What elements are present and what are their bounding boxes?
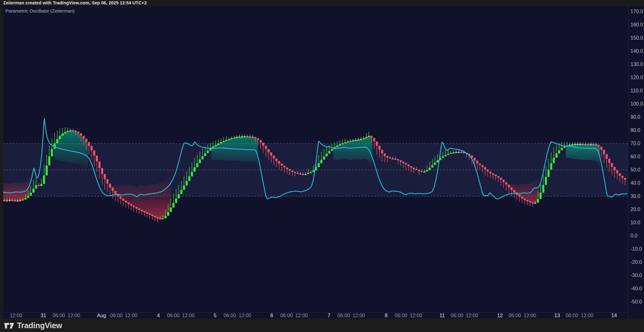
tradingview-logo[interactable]: TradingView — [4, 321, 62, 330]
y-axis-label: 160.0 — [630, 22, 643, 28]
y-axis-label: -20.0 — [630, 259, 642, 265]
price-axis[interactable]: 170.0160.0150.0140.0130.0120.0110.0100.0… — [628, 6, 644, 318]
x-axis-label-time: 12:00 — [178, 313, 198, 318]
y-axis-label: 60.0 — [630, 154, 640, 160]
y-axis-label: 140.0 — [630, 48, 643, 54]
x-axis-label-time: 12:00 — [291, 313, 312, 318]
attribution-text: Zeiierman created with TradingView.com, … — [3, 0, 147, 5]
tradingview-wordmark: TradingView — [17, 321, 62, 330]
y-axis-label: 100.0 — [630, 101, 643, 107]
y-axis-label: 170.0 — [630, 9, 643, 14]
y-axis-label: -50.0 — [630, 299, 642, 305]
x-axis-label-time: 12:00 — [64, 313, 84, 318]
x-axis-label-time: 12:00 — [520, 313, 540, 318]
x-axis-label-time: 12:00 — [406, 313, 426, 318]
x-axis-label-time: 12:00 — [462, 313, 482, 318]
y-axis-label: 10.0 — [630, 220, 640, 226]
tradingview-screenshot: { "attribution_bar": { "text": "Zeiierma… — [0, 0, 644, 332]
attribution-bar: Zeiierman created with TradingView.com, … — [0, 0, 644, 6]
y-axis-label: -10.0 — [630, 246, 642, 252]
y-axis-label: 110.0 — [630, 88, 643, 94]
y-axis-label: 120.0 — [630, 75, 643, 80]
y-axis-label: 70.0 — [630, 141, 640, 146]
time-axis[interactable]: 12:003106:0012:00Aug06:0012:00406:0012:0… — [3, 312, 628, 318]
y-axis-label: -30.0 — [630, 273, 642, 278]
x-axis-label-time: 12:00 — [121, 313, 141, 318]
indicator-title[interactable]: Parametric Oscillator (Zeiierman) — [5, 8, 75, 14]
y-axis-label: 80.0 — [630, 128, 640, 133]
oscillator-chart-canvas[interactable] — [3, 6, 628, 312]
y-axis-label: 30.0 — [630, 193, 640, 199]
y-axis-label: 50.0 — [630, 167, 640, 173]
x-axis-label-time: 12:00 — [577, 313, 597, 318]
y-axis-label: 90.0 — [630, 114, 640, 120]
y-axis-label: 40.0 — [630, 180, 640, 186]
y-axis-label: 130.0 — [630, 62, 643, 67]
oscillator-pane[interactable]: Parametric Oscillator (Zeiierman) — [3, 6, 628, 312]
y-axis-label: -40.0 — [630, 286, 642, 291]
x-axis-label-time: 12:00 — [235, 313, 255, 318]
tradingview-logo-icon — [4, 322, 14, 330]
x-axis-label-time: 12:00 — [349, 313, 369, 318]
footer: TradingView — [0, 318, 644, 332]
y-axis-label: 150.0 — [630, 35, 643, 41]
x-axis-label-time: 12:00 — [6, 313, 26, 318]
x-axis-label-day: 14 — [604, 313, 624, 318]
y-axis-label: 0.0 — [630, 233, 637, 239]
y-axis-label: 20.0 — [630, 207, 640, 212]
